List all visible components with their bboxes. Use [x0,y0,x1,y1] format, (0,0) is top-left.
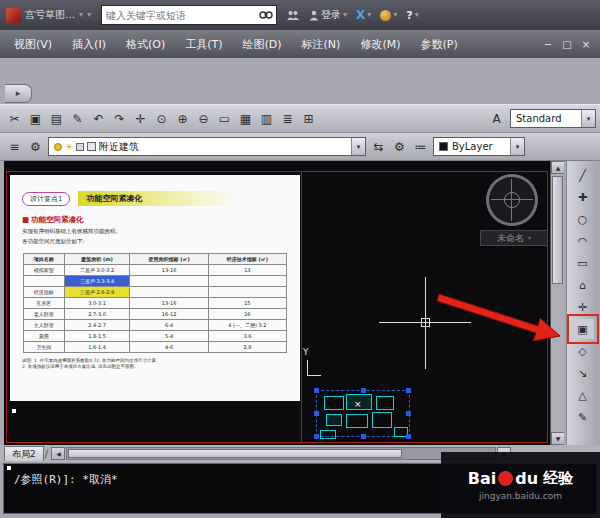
menu-item[interactable]: 视图(V) [4,32,62,57]
color-combo[interactable]: ByLayer ▾ [433,137,525,156]
chevron-down-icon[interactable]: ▾ [351,138,365,155]
toolbar-icon[interactable]: ▭ [214,108,235,129]
layer-tool-icon[interactable]: ≔ [410,136,431,157]
minimize-button[interactable]: ─ [540,37,556,52]
layer-on-bulb-icon[interactable] [54,143,62,151]
sign-in-button[interactable]: 登录 ▾ [309,8,347,22]
help-menu-button[interactable]: ? ▾ [406,9,418,22]
modify-tool-icon[interactable]: ▭ [572,253,594,273]
toolbar-icon[interactable]: ⊞ [298,108,319,129]
view-name-control[interactable]: 未命名 ▾ [480,230,548,246]
toolbar-icon[interactable]: ↶ [88,108,109,129]
layer-color-chip [87,142,96,151]
grip-point[interactable] [406,411,411,416]
toolbar-icon[interactable]: ⊙ [151,108,172,129]
grip-point[interactable] [314,411,319,416]
layer-tool-icon[interactable]: ⚙ [389,136,410,157]
grip-point[interactable] [406,388,411,393]
vertical-scroll-thumb[interactable] [552,176,563,284]
layer-freeze-sun-icon[interactable]: ☀ [65,142,73,152]
current-color-chip [439,142,448,151]
grip-point[interactable] [12,409,16,413]
community-icon[interactable] [286,10,300,21]
question-mark-icon: ? [406,9,412,22]
scroll-left-button[interactable]: ◀ [51,447,65,460]
layer-tool-icon[interactable]: ⇆ [368,136,389,157]
panel-collapse-tab[interactable]: ▸ [5,84,32,103]
layer-tool-icons: ≡⚙ [4,136,46,157]
restore-button[interactable]: □ [559,37,575,52]
command-window-grip[interactable] [7,466,11,470]
layer-combo[interactable]: ☀ 附近建筑 ▾ [48,137,366,156]
grip-point[interactable] [406,434,411,439]
text-style-icon[interactable]: A [486,108,507,129]
modify-tool-icon[interactable]: ▣ [572,319,594,339]
grip-point[interactable] [361,434,366,439]
toolbar-icon[interactable]: ✂ [4,108,25,129]
application-window: 宫亏草图… ▾ ▾ 登录 ▾ X ▾ ▾ ? ▾ [0,0,600,518]
grip-point[interactable] [314,388,319,393]
toolbar-icon[interactable]: ✛ [130,108,151,129]
workspace-switcher[interactable]: 宫亏草图… [25,8,75,22]
menu-item[interactable]: 格式(O) [116,32,175,57]
modify-tool-icon[interactable]: ✛ [572,297,594,317]
plan-shape [324,396,344,410]
layer-lock-icon[interactable] [76,143,84,151]
toolbar-icon[interactable]: ≣ [277,108,298,129]
plan-cross-mark: × [354,399,362,409]
toolbar-icon[interactable]: ▥ [256,108,277,129]
chevron-down-icon: ▾ [343,11,347,19]
toolbar-icon[interactable]: ⊕ [172,108,193,129]
chevron-down-icon[interactable]: ▾ [581,110,595,127]
exchange-apps-icon[interactable]: X ▾ [356,8,371,22]
modify-tool-icon[interactable]: ╱ [572,165,594,185]
horizontal-scroll-thumb[interactable] [68,449,402,458]
app-icon[interactable] [6,8,21,23]
layer-tool-icon[interactable]: ⚙ [25,136,46,157]
modify-tool-icon[interactable]: ↘ [572,363,594,383]
modify-tool-icon[interactable]: ○ [572,209,594,229]
search-input[interactable] [102,10,259,21]
vertical-scrollbar[interactable]: ▲ ▼ [550,161,564,445]
modify-tool-icon[interactable]: ✚ [572,187,594,207]
jingyan-url: jingyan.baidu.com [479,491,562,501]
layout-tab[interactable]: 布局2 [4,446,44,461]
scroll-up-button[interactable]: ▲ [551,161,564,174]
menu-item[interactable]: 标注(N) [292,32,351,57]
modify-tool-icon[interactable]: ⌂ [572,275,594,295]
modify-tool-icon[interactable]: ◠ [572,231,594,251]
toolbar-icon[interactable]: ▦ [235,108,256,129]
grip-point[interactable] [314,434,319,439]
drawing-canvas[interactable]: 设计要点1 功能空间紧凑化 ■功能空间紧凑化 实现有序组织基础上有效精简功能面积… [4,161,564,445]
grip-point[interactable] [361,388,366,393]
modify-tool-icon[interactable]: ◇ [572,341,594,361]
chevron-down-icon[interactable]: ▾ [87,11,91,19]
chevron-down-icon[interactable]: ▾ [79,11,83,19]
embedded-design-sheet: 设计要点1 功能空间紧凑化 ■功能空间紧凑化 实现有序组织基础上有效精简功能面积… [10,175,300,401]
menu-item[interactable]: 修改(M) [350,32,410,57]
menu-item[interactable]: 参数(P) [410,32,467,57]
menu-item[interactable]: 绘图(D) [233,32,292,57]
modify-tool-icon[interactable]: ✎ [572,407,594,427]
floor-plan-drawing[interactable]: × [314,385,414,443]
view-name-label: 未命名 [497,232,524,245]
chevron-down-icon[interactable]: ▾ [510,138,524,155]
layer-tool-icon[interactable]: ≡ [4,136,25,157]
toolbar-icon[interactable]: ▣ [25,108,46,129]
menu-item[interactable]: 工具(T) [175,32,232,57]
menu-item[interactable]: 插入(I) [62,32,116,57]
toolbar-icon[interactable]: ✎ [67,108,88,129]
plan-shape [320,430,336,439]
modify-tool-icon[interactable]: △ [572,385,594,405]
horizontal-scrollbar[interactable] [66,447,496,460]
current-layer-name: 附近建筑 [99,140,139,154]
scroll-down-button[interactable]: ▼ [551,432,564,445]
navigation-wheel[interactable] [486,174,538,226]
toolbar-icon[interactable]: ⊖ [193,108,214,129]
binoculars-search-icon[interactable] [259,10,273,20]
toolbar-icon[interactable]: ↷ [109,108,130,129]
close-button[interactable]: × [578,37,594,52]
subscription-icon[interactable]: ▾ [380,10,397,21]
text-style-combo[interactable]: Standard ▾ [510,109,596,128]
toolbar-icon[interactable]: ▤ [46,108,67,129]
